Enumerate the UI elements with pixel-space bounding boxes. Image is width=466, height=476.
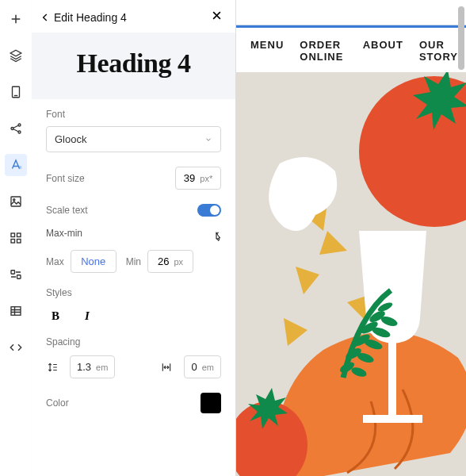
apps-icon[interactable] (5, 227, 27, 249)
svg-rect-18 (363, 415, 422, 423)
line-height-input[interactable]: 1.3 em (70, 355, 115, 378)
line-height-value: 1.3 (77, 361, 91, 373)
nav-about[interactable]: ABOUT (363, 39, 403, 63)
svg-rect-10 (17, 240, 21, 244)
nav-our-story[interactable]: OUR STORY (419, 39, 458, 63)
italic-button[interactable]: I (78, 306, 97, 325)
min-value: 26 (158, 255, 169, 267)
scale-text-toggle[interactable] (197, 204, 221, 217)
color-label: Color (46, 397, 69, 409)
caret-down-icon (213, 229, 221, 237)
svg-rect-5 (11, 197, 21, 206)
min-unit: px (174, 257, 183, 267)
table-icon[interactable] (5, 300, 27, 322)
font-label: Font (46, 109, 221, 120)
svg-rect-13 (11, 307, 21, 316)
font-value: Gloock (55, 133, 86, 145)
svg-rect-12 (17, 275, 21, 279)
styles-label: Styles (46, 287, 221, 298)
color-swatch[interactable] (201, 393, 221, 413)
heading-preview: Heading 4 (32, 33, 235, 99)
canvas-topbar (236, 0, 466, 25)
font-size-label: Font size (46, 173, 85, 184)
text-style-icon[interactable] (5, 154, 27, 176)
canvas-area: MENU ORDER ONLINE ABOUT OUR STORY (236, 0, 466, 476)
back-button[interactable]: Edit Heading 4 (40, 11, 127, 24)
min-input[interactable]: 26 px (147, 250, 193, 273)
svg-rect-9 (11, 240, 15, 244)
svg-rect-11 (11, 271, 15, 274)
line-height-icon (46, 361, 59, 374)
spacing-label: Spacing (46, 336, 221, 347)
bold-button[interactable]: B (46, 306, 65, 325)
preview-text: Heading 4 (40, 48, 227, 79)
image-icon[interactable] (5, 190, 27, 213)
letter-spacing-input[interactable]: 0 em (184, 355, 221, 378)
panel-title: Edit Heading 4 (54, 11, 127, 24)
nav-menu[interactable]: MENU (250, 39, 284, 63)
max-input[interactable]: None (71, 250, 116, 273)
svg-point-1 (11, 128, 13, 130)
code-icon[interactable] (5, 336, 27, 359)
scale-text-label: Scale text (46, 205, 88, 216)
scrollbar[interactable] (458, 3, 464, 473)
max-label: Max (46, 256, 64, 267)
chevron-down-icon (204, 136, 212, 144)
svg-rect-8 (17, 233, 21, 237)
svg-point-6 (13, 199, 14, 201)
add-icon[interactable] (5, 8, 27, 30)
line-height-unit: em (96, 363, 108, 372)
close-button[interactable] (211, 10, 223, 25)
edit-panel: Edit Heading 4 Heading 4 Font Gloock Fon… (32, 0, 236, 476)
letter-spacing-unit: em (202, 363, 214, 372)
letter-spacing-icon (160, 361, 173, 374)
share-icon[interactable] (5, 117, 27, 140)
settings-sliders-icon[interactable] (5, 263, 27, 286)
font-size-value: 39 (184, 172, 195, 184)
svg-point-3 (18, 131, 21, 133)
left-icon-rail (0, 0, 32, 476)
letter-spacing-value: 0 (191, 361, 197, 373)
scrollbar-thumb[interactable] (458, 6, 464, 70)
scale-mode-select[interactable]: Max-min (46, 228, 221, 239)
hero-illustration (236, 72, 466, 476)
scale-mode-value: Max-min (46, 228, 82, 239)
svg-point-4 (18, 166, 22, 170)
svg-rect-7 (11, 233, 15, 237)
font-size-unit: px* (200, 174, 212, 183)
font-select[interactable]: Gloock (46, 126, 221, 152)
nav-order-online[interactable]: ORDER ONLINE (300, 39, 346, 63)
max-value: None (81, 255, 105, 267)
site-nav: MENU ORDER ONLINE ABOUT OUR STORY (236, 28, 466, 72)
svg-point-2 (18, 124, 21, 126)
font-size-input[interactable]: 39 px* (175, 167, 221, 190)
page-icon[interactable] (5, 81, 27, 103)
svg-rect-17 (388, 342, 396, 417)
min-label: Min (126, 256, 141, 267)
layers-icon[interactable] (5, 44, 27, 67)
